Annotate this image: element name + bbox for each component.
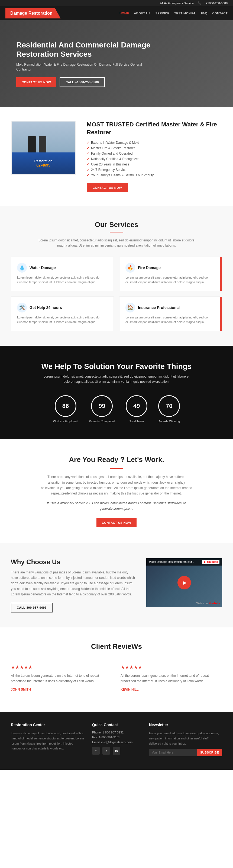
- stat-projects: 99 Projects Completed: [89, 395, 115, 423]
- service-header: 🔥 Fire Damage: [126, 263, 216, 273]
- service-desc: Lorem ipsum dolor sit amet, consectetur …: [126, 315, 216, 325]
- service-header: 💧 Water Damage: [17, 263, 107, 273]
- footer-social: f t in: [92, 747, 141, 755]
- services-heading: Our Services: [11, 220, 222, 229]
- footer-col2-title: Quick Contact: [92, 723, 141, 727]
- stat-label: Projects Completed: [89, 420, 115, 423]
- nav-about[interactable]: ABOUT US: [134, 12, 151, 15]
- trusted-checklist: Experts in Water Damage & Mold Master Fi…: [87, 140, 222, 178]
- reviewer-name-2[interactable]: KEVIN HILL: [121, 688, 139, 691]
- checklist-item: Over 20 Years in Business: [87, 162, 222, 167]
- water-icon: 💧: [17, 263, 27, 273]
- service-card-insurance: 🏠 Insurance Professional Lorem ipsum dol…: [119, 297, 222, 331]
- stat-label: Total Team: [126, 420, 147, 423]
- emergency-text: 24 Hr Emergency Service: [160, 2, 194, 5]
- hero-contact-button[interactable]: CONTACT US NOW: [16, 77, 56, 87]
- footer-col1-title: Restoration Center: [11, 723, 84, 727]
- video-overlay[interactable]: [146, 558, 222, 607]
- top-bar: 24 Hr Emergency Service 📞 +1800-258-5588: [0, 0, 233, 6]
- stat-label: Awards Winning: [158, 420, 180, 423]
- stat-value: 99: [91, 395, 113, 417]
- ready-contact-button[interactable]: CONTACT US NOW: [96, 518, 137, 527]
- stats-subtitle: Lorem ipsum dolor sit amet, consectetur …: [42, 374, 191, 384]
- instagram-icon[interactable]: in: [113, 747, 120, 755]
- service-card-water: 💧 Water Damage Lorem ipsum dolor sit ame…: [11, 257, 114, 291]
- nav-contact[interactable]: CONTACT: [212, 12, 228, 15]
- footer-col3-title: Newsletter: [149, 723, 222, 727]
- main-nav: HOME ABOUT US SERVICE TESTIMONIAL FAQ CO…: [120, 12, 228, 15]
- why-section: Why Choose Us There are many variations …: [0, 543, 233, 627]
- watch-youtube: Watch on YouTube: [196, 602, 220, 605]
- why-call-button[interactable]: CALL-800-987-9696: [11, 603, 53, 613]
- video-thumbnail: Water Damage Restoration Structur... ▶ Y…: [146, 558, 222, 607]
- trusted-section: Restoration 62-4695 MOST TRUSTED Certifi…: [0, 107, 233, 206]
- nav-faq[interactable]: FAQ: [201, 12, 207, 15]
- hero-title: Residential And Commercial Damage Restor…: [16, 40, 152, 59]
- footer-email: Email: info@dagresteserv.com: [92, 741, 141, 744]
- review-stars-2: ★★★★★: [121, 664, 222, 670]
- footer-col-contact: Quick Contact Phone: 1-800-987-3232 Fax:…: [92, 723, 141, 756]
- twitter-icon[interactable]: t: [102, 747, 110, 755]
- reviews-section: Client RevieWs ★★★★★ All the Lorem Ipsum…: [0, 627, 233, 712]
- fire-icon: 🔥: [126, 263, 135, 273]
- ready-heading: Are You Ready ? Let's Work.: [11, 456, 222, 464]
- watch-text: Watch on: [196, 602, 208, 605]
- stat-value: 70: [158, 395, 180, 417]
- hero-buttons: CONTACT US NOW CALL +1800-258-5588: [16, 77, 152, 87]
- nav-home[interactable]: HOME: [120, 12, 129, 15]
- checklist-item: Master Fire & Smoke Restorer: [87, 145, 222, 151]
- newsletter-form: SUBSCRIBE: [149, 749, 222, 756]
- checklist-item: Nationally Certified & Recognized: [87, 156, 222, 162]
- header: Damage Restoration HOME ABOUT US SERVICE…: [0, 6, 233, 20]
- checklist-item: Your Family's Health & Safety is our Pri…: [87, 173, 222, 178]
- help-icon: 🛠️: [17, 303, 27, 312]
- play-button[interactable]: [177, 576, 191, 589]
- hero-subtitle: Mold Remediation, Water & Fire Damage Re…: [16, 62, 152, 72]
- trusted-image: Restoration 62-4695: [11, 121, 76, 175]
- why-para: There are many variations of passages of…: [11, 569, 135, 597]
- nav-service[interactable]: SERVICE: [156, 12, 170, 15]
- reviewer-name-1[interactable]: JOHN SMITH: [11, 688, 31, 691]
- review-stars-1: ★★★★★: [11, 664, 112, 670]
- newsletter-desc: Enter your email address to receive up-t…: [149, 731, 222, 746]
- service-header: 🛠️ Get Help 24 hours: [17, 303, 107, 312]
- footer-col1-text: It uses a dictionary of over Latin word,…: [11, 731, 84, 751]
- review-card-2: ★★★★★ All the Lorem Ipsum generators on …: [121, 659, 222, 697]
- service-desc: Lorem ipsum dolor sit amet, consectetur …: [17, 315, 107, 325]
- review-text-2: All the Lorem Ipsum generators on the In…: [121, 673, 222, 684]
- footer-fax: Fax: 1-800-391-3181: [92, 736, 141, 739]
- van-label: Restoration: [34, 159, 53, 163]
- services-subtitle: Lorem ipsum dolor sit amet, consectetur …: [35, 238, 198, 248]
- footer-phone1: Phone: 1-800-987-3232: [92, 731, 141, 734]
- newsletter-subscribe-button[interactable]: SUBSCRIBE: [197, 749, 222, 756]
- reviews-heading: Client RevieWs: [11, 642, 222, 651]
- hero-section: Residential And Commercial Damage Restor…: [0, 20, 233, 107]
- van-number: 62-4695: [36, 163, 50, 167]
- stat-awards: 70 Awards Winning: [158, 395, 180, 423]
- service-card-help: 🛠️ Get Help 24 hours Lorem ipsum dolor s…: [11, 297, 114, 331]
- service-title: Fire Damage: [138, 266, 161, 270]
- stats-grid: 86 Workers Employed 99 Projects Complete…: [11, 395, 222, 423]
- service-desc: Lorem ipsum dolor sit amet, consectetur …: [126, 275, 216, 285]
- footer-grid: Restoration Center It uses a dictionary …: [11, 723, 222, 756]
- stats-heading: We Help To Solution Your Favorite Things: [11, 362, 222, 371]
- service-title: Insurance Professional: [138, 305, 179, 310]
- stats-section: We Help To Solution Your Favorite Things…: [0, 346, 233, 439]
- footer: Restoration Center It uses a dictionary …: [0, 712, 233, 770]
- services-grid: 💧 Water Damage Lorem ipsum dolor sit ame…: [11, 257, 222, 331]
- nav-testimonial[interactable]: TESTIMONIAL: [174, 12, 196, 15]
- checklist-item: 24/7 Emergency Service: [87, 167, 222, 173]
- stat-workers: 86 Workers Employed: [53, 395, 78, 423]
- review-card-1: ★★★★★ All the Lorem Ipsum generators on …: [11, 659, 112, 697]
- services-section: Our Services Lorem ipsum dolor sit amet,…: [0, 206, 233, 346]
- service-header: 🏠 Insurance Professional: [126, 303, 216, 312]
- footer-col-restoration: Restoration Center It uses a dictionary …: [11, 723, 84, 756]
- facebook-icon[interactable]: f: [92, 747, 100, 755]
- newsletter-email-input[interactable]: [149, 749, 197, 756]
- stat-label: Workers Employed: [53, 420, 78, 423]
- service-card-fire: 🔥 Fire Damage Lorem ipsum dolor sit amet…: [119, 257, 222, 291]
- trusted-contact-button[interactable]: CONTACT US NOW: [87, 183, 128, 192]
- hero-call-button[interactable]: CALL +1800-258-5588: [60, 77, 105, 87]
- trusted-heading: MOST TRUSTED Certified Master Water & Fi…: [87, 121, 222, 136]
- services-divider: [110, 231, 123, 232]
